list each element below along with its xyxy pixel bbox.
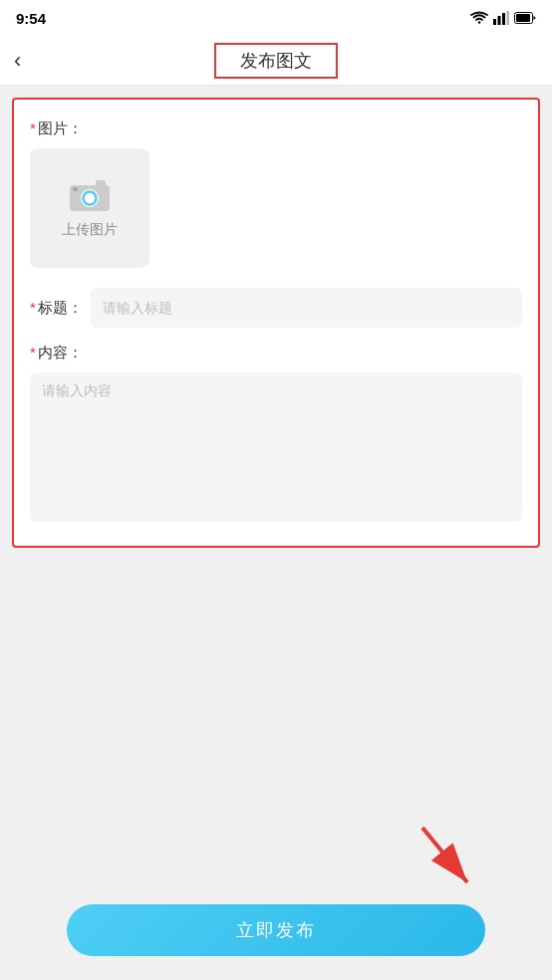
title-input[interactable]: [91, 288, 522, 328]
image-label: *图片：: [30, 120, 522, 138]
content-label: *内容：: [30, 344, 522, 363]
svg-line-12: [422, 828, 467, 882]
camera-icon: [68, 177, 112, 213]
required-star-image: *: [30, 120, 36, 136]
bottom-area: 立即发布: [0, 821, 552, 980]
image-upload-box[interactable]: 上传图片: [30, 148, 149, 268]
title-label: *标题：: [30, 299, 83, 318]
title-row: *标题：: [30, 288, 522, 328]
svg-rect-9: [96, 180, 106, 187]
form-container: *图片： 上传图片 *标题： *内容：: [12, 98, 540, 548]
red-arrow-icon: [413, 823, 482, 892]
svg-rect-5: [516, 14, 530, 22]
signal-icon: [493, 11, 509, 25]
svg-rect-0: [493, 19, 496, 25]
page-title: 发布图文: [214, 43, 338, 79]
back-button[interactable]: ‹: [14, 50, 21, 72]
publish-button[interactable]: 立即发布: [67, 904, 485, 956]
upload-text: 上传图片: [62, 221, 118, 239]
status-time: 9:54: [16, 10, 46, 27]
content-section: *内容：: [30, 344, 522, 526]
svg-rect-10: [73, 187, 78, 191]
svg-rect-3: [507, 11, 510, 25]
svg-rect-2: [502, 13, 505, 25]
wifi-icon: [470, 11, 488, 25]
status-bar: 9:54: [0, 0, 552, 36]
content-textarea[interactable]: [30, 372, 522, 522]
svg-rect-1: [498, 16, 501, 25]
battery-icon: [514, 12, 536, 24]
status-icons: [470, 11, 536, 25]
header: ‹ 发布图文: [0, 36, 552, 86]
